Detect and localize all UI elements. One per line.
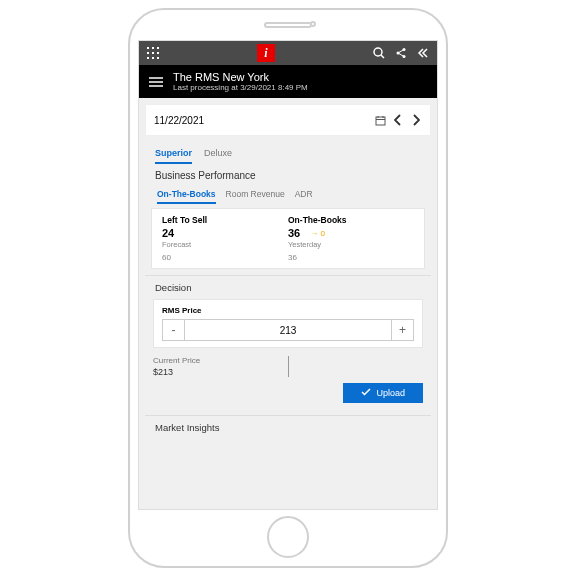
current-price-value: $213 bbox=[153, 367, 284, 377]
otb-sub: Yesterday bbox=[288, 240, 414, 249]
left-to-sell-col: Left To Sell 24 Forecast 60 bbox=[162, 215, 288, 262]
svg-rect-1 bbox=[152, 47, 154, 49]
lts-value2: 60 bbox=[162, 253, 288, 262]
svg-line-15 bbox=[398, 53, 404, 57]
divider bbox=[288, 356, 289, 377]
title-bar: The RMS New York Last processing at 3/29… bbox=[139, 65, 437, 98]
lts-sub: Forecast bbox=[162, 240, 288, 249]
stepper-plus[interactable]: + bbox=[391, 320, 413, 340]
svg-rect-0 bbox=[147, 47, 149, 49]
rms-price-stepper: - 213 + bbox=[162, 319, 414, 341]
otb-col: On-The-Books 36 → 0 Yesterday 36 bbox=[288, 215, 414, 262]
business-performance-title: Business Performance bbox=[145, 164, 431, 187]
svg-rect-3 bbox=[147, 52, 149, 54]
top-app-bar: i bbox=[139, 41, 437, 65]
upload-button[interactable]: Upload bbox=[343, 383, 423, 403]
menu-icon[interactable] bbox=[149, 76, 163, 88]
date-value[interactable]: 11/22/2021 bbox=[154, 115, 369, 126]
svg-line-14 bbox=[398, 50, 404, 54]
room-type-tabs: Superior Deluxe bbox=[145, 142, 431, 164]
rms-price-card: RMS Price - 213 + bbox=[153, 299, 423, 348]
decision-title: Decision bbox=[145, 276, 431, 299]
svg-rect-4 bbox=[152, 52, 154, 54]
otb-value: 36 bbox=[288, 227, 300, 239]
phone-speaker bbox=[264, 22, 312, 28]
lts-value: 24 bbox=[162, 227, 288, 239]
next-day-button[interactable] bbox=[404, 111, 422, 129]
rms-price-label: RMS Price bbox=[162, 306, 414, 315]
apps-grid-icon[interactable] bbox=[147, 47, 159, 59]
subtab-revenue[interactable]: Room Revenue bbox=[226, 189, 285, 204]
last-processing: Last processing at 3/29/2021 8:49 PM bbox=[173, 83, 308, 92]
home-button[interactable] bbox=[267, 516, 309, 558]
current-price-label: Current Price bbox=[153, 356, 284, 365]
lts-heading: Left To Sell bbox=[162, 215, 288, 225]
svg-point-9 bbox=[374, 48, 382, 56]
prev-day-button[interactable] bbox=[386, 111, 404, 129]
collapse-icon[interactable] bbox=[417, 47, 429, 59]
app-logo: i bbox=[257, 44, 275, 62]
stepper-minus[interactable]: - bbox=[163, 320, 185, 340]
phone-camera bbox=[310, 21, 316, 27]
metric-subtabs: On-The-Books Room Revenue ADR bbox=[145, 187, 431, 204]
stepper-value[interactable]: 213 bbox=[185, 320, 391, 340]
check-icon bbox=[361, 388, 371, 398]
calendar-icon[interactable] bbox=[369, 115, 386, 126]
current-price-row: Current Price $213 bbox=[153, 356, 423, 377]
upload-label: Upload bbox=[376, 388, 405, 398]
otb-heading: On-The-Books bbox=[288, 215, 414, 225]
svg-rect-6 bbox=[147, 57, 149, 59]
metrics-card: Left To Sell 24 Forecast 60 On-The-Books… bbox=[151, 208, 425, 269]
svg-line-10 bbox=[381, 55, 384, 58]
phone-frame: i The RMS New York Last processing at 3/… bbox=[128, 8, 448, 568]
otb-value2: 36 bbox=[288, 253, 414, 262]
share-icon[interactable] bbox=[395, 47, 407, 59]
search-icon[interactable] bbox=[373, 47, 385, 59]
subtab-otb[interactable]: On-The-Books bbox=[157, 189, 216, 204]
property-title: The RMS New York bbox=[173, 71, 308, 83]
date-picker-row: 11/22/2021 bbox=[145, 104, 431, 136]
tab-deluxe[interactable]: Deluxe bbox=[204, 148, 232, 164]
subtab-adr[interactable]: ADR bbox=[295, 189, 313, 204]
app-screen: i The RMS New York Last processing at 3/… bbox=[138, 40, 438, 510]
market-insights-title[interactable]: Market Insights bbox=[145, 415, 431, 439]
tab-superior[interactable]: Superior bbox=[155, 148, 192, 164]
decision-section: Decision RMS Price - 213 + Current Price… bbox=[145, 275, 431, 411]
svg-rect-19 bbox=[376, 117, 385, 125]
svg-rect-7 bbox=[152, 57, 154, 59]
otb-delta: → 0 bbox=[310, 229, 325, 238]
